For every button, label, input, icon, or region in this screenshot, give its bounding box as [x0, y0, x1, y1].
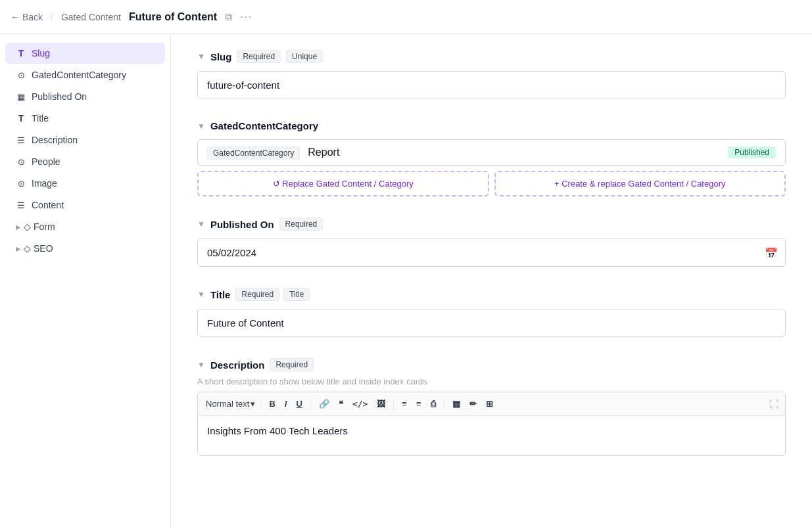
underline-button[interactable]: U	[292, 396, 306, 411]
chevron-right-icon: ▶	[16, 223, 21, 231]
table-button[interactable]: ⊞	[482, 396, 497, 411]
sidebar-group-seo[interactable]: ▶ ◇ SEO	[5, 238, 165, 259]
breadcrumb-separator: /	[51, 12, 53, 22]
slug-section-title: Slug	[210, 51, 232, 62]
sidebar-label-slug: Slug	[32, 48, 50, 58]
text-icon: T	[16, 48, 26, 58]
sidebar-item-content[interactable]: ☰ Content	[5, 195, 165, 216]
slug-section: ▼ Slug Required Unique	[197, 50, 786, 99]
published-on-collapse-btn[interactable]: ▼	[197, 219, 205, 229]
slug-input[interactable]	[197, 71, 786, 99]
title-input[interactable]	[197, 309, 786, 337]
title-section: ▼ Title Required Title	[197, 288, 786, 337]
editor-toolbar: Normal text ▾ B I U 🔗 ❝ </> 🖼 ≡ ≡ ⎙	[198, 392, 785, 416]
published-status-badge: Published	[728, 147, 776, 158]
code-button[interactable]: </>	[348, 396, 371, 411]
sidebar-label-people: People	[32, 156, 60, 167]
gated-category-name: Report	[308, 147, 339, 158]
header: ← Back / Gated Content Future of Content…	[0, 0, 812, 34]
sidebar-label-title: Title	[32, 113, 49, 124]
breadcrumb-gated-content[interactable]: Gated Content	[61, 12, 121, 22]
description-body[interactable]: Insights From 400 Tech Leaders	[198, 416, 785, 455]
slug-section-header: ▼ Slug Required Unique	[197, 50, 786, 63]
italic-button[interactable]: I	[281, 396, 291, 411]
sidebar-label-content: Content	[32, 200, 64, 210]
quote-button[interactable]: ❝	[335, 396, 347, 411]
description-hint: A short description to show below title …	[197, 377, 786, 386]
create-replace-gated-category-button[interactable]: + Create & replace Gated Content / Categ…	[494, 171, 786, 196]
gated-category-row: GatedContentCategory Report Published	[197, 139, 786, 166]
copy-icon[interactable]: ⧉	[225, 11, 232, 23]
people-icon: ⊙	[16, 156, 26, 167]
description-collapse-btn[interactable]: ▼	[197, 360, 205, 369]
published-on-required-badge: Required	[279, 218, 323, 231]
sidebar-item-title[interactable]: T Title	[5, 108, 165, 129]
description-section-title: Description	[210, 359, 265, 371]
content-icon: ☰	[16, 200, 26, 210]
page-title: Future of Content	[129, 11, 217, 23]
toolbar-separator-1	[260, 399, 261, 409]
slug-required-badge: Required	[237, 50, 281, 63]
gated-category-section: ▼ GatedContentCategory GatedContentCateg…	[197, 120, 786, 196]
sidebar-label-form: Form	[34, 221, 55, 232]
toolbar-separator-2	[310, 399, 311, 409]
sidebar-item-published-on[interactable]: ▦ Published On	[5, 86, 165, 107]
link-button[interactable]: 🔗	[315, 396, 333, 411]
back-button[interactable]: ← Back	[11, 12, 43, 22]
title-text-icon: T	[16, 113, 26, 124]
gated-category-title: GatedContentCategory	[210, 120, 318, 131]
table-col-button[interactable]: ▦	[448, 396, 464, 411]
chevron-right-icon-seo: ▶	[16, 245, 21, 252]
sidebar-item-people[interactable]: ⊙ People	[5, 151, 165, 172]
more-options-icon[interactable]: ···	[240, 10, 252, 24]
image-insert-button[interactable]: 🖼	[373, 396, 389, 411]
sidebar-item-image[interactable]: ⊙ Image	[5, 173, 165, 194]
editor-style-label: Normal text	[206, 399, 249, 409]
toolbar-separator-3	[393, 399, 394, 409]
sidebar-label-seo: SEO	[34, 243, 53, 254]
toolbar-separator-4	[444, 399, 444, 409]
sidebar-item-description[interactable]: ☰ Description	[5, 129, 165, 150]
published-on-section-header: ▼ Published On Required	[197, 218, 786, 231]
bold-button[interactable]: B	[265, 396, 279, 411]
sidebar-label-description: Description	[32, 135, 78, 145]
sidebar-item-slug[interactable]: T Slug	[5, 43, 165, 64]
title-badges: Required Title	[235, 288, 310, 301]
description-icon: ☰	[16, 135, 26, 145]
description-section: ▼ Description Required A short descripti…	[197, 358, 786, 456]
embed-button[interactable]: ⎙	[427, 396, 440, 411]
editor-expand-button[interactable]: ⛶	[769, 399, 778, 409]
layout: T Slug ⊙ GatedContentCategory ▦ Publishe…	[0, 34, 812, 527]
group-icon-seo: ◇	[24, 243, 31, 254]
sidebar-label-published-on: Published On	[32, 91, 87, 102]
group-icon-form: ◇	[24, 221, 31, 232]
slug-collapse-btn[interactable]: ▼	[197, 52, 205, 61]
sidebar-item-gated-content-category[interactable]: ⊙ GatedContentCategory	[5, 64, 165, 85]
sidebar-label-gated: GatedContentCategory	[32, 70, 126, 80]
image-icon: ⊙	[16, 178, 26, 189]
title-section-header: ▼ Title Required Title	[197, 288, 786, 301]
list-ol-button[interactable]: ≡	[412, 396, 425, 411]
pencil-button[interactable]: ✏	[466, 396, 481, 411]
date-icon: ▦	[16, 91, 26, 102]
replace-gated-category-button[interactable]: ↺ Replace Gated Content / Category	[197, 171, 489, 196]
sidebar: T Slug ⊙ GatedContentCategory ▦ Publishe…	[0, 34, 171, 527]
gated-category-tag: GatedContentCategory	[207, 147, 300, 160]
gated-category-section-header: ▼ GatedContentCategory	[197, 120, 786, 131]
sidebar-group-form[interactable]: ▶ ◇ Form	[5, 216, 165, 237]
sidebar-label-image: Image	[32, 178, 57, 189]
gated-action-buttons: ↺ Replace Gated Content / Category + Cre…	[197, 171, 786, 196]
list-ul-button[interactable]: ≡	[398, 396, 411, 411]
title-collapse-btn[interactable]: ▼	[197, 290, 205, 299]
title-required-badge: Required	[235, 288, 279, 301]
calendar-icon: 📅	[765, 246, 778, 259]
main-content: ▼ Slug Required Unique ▼ GatedContentCat…	[171, 34, 812, 527]
gated-category-left: GatedContentCategory Report	[207, 147, 339, 158]
editor-style-chevron: ▾	[251, 399, 255, 409]
published-on-input[interactable]	[197, 239, 786, 267]
gated-collapse-btn[interactable]: ▼	[197, 122, 205, 131]
published-on-section: ▼ Published On Required 📅	[197, 218, 786, 267]
editor-style-select[interactable]: Normal text ▾	[204, 396, 256, 411]
title-type-badge: Title	[283, 288, 310, 301]
description-required-badge: Required	[270, 358, 314, 371]
